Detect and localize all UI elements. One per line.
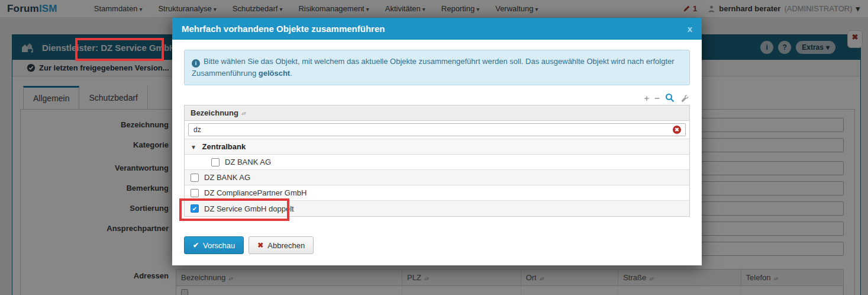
check-icon: ✔: [192, 206, 197, 212]
info-icon: i: [192, 59, 200, 68]
group-row-zentralbank[interactable]: ▼ Zentralbank: [185, 139, 689, 155]
group-label: Zentralbank: [202, 142, 246, 151]
row-checkbox[interactable]: [211, 158, 220, 166]
cancel-icon: ✖: [257, 241, 263, 249]
app-page: ForumISM Stammdaten▾ Strukturanalyse▾ Sc…: [0, 0, 868, 295]
sort-icon[interactable]: ▴▾: [241, 110, 246, 116]
remove-icon[interactable]: −: [654, 94, 660, 102]
row-label: DZ Service GmbH doppelt: [204, 204, 294, 213]
dialog-actions: ✔ Vorschau ✖ Abbrechen: [184, 236, 690, 254]
vorschau-button[interactable]: ✔ Vorschau: [184, 236, 244, 254]
table-row-selected[interactable]: ✔ DZ Service GmbH doppelt: [185, 201, 689, 216]
row-label: DZ BANK AG: [225, 158, 271, 166]
wrench-icon[interactable]: [680, 94, 689, 102]
row-checkbox-checked[interactable]: ✔: [191, 204, 199, 213]
table-row[interactable]: DZ CompliancePartner GmbH: [185, 185, 689, 201]
info-message: iBitte wählen Sie das Objekt, mit welche…: [184, 50, 690, 85]
row-label: DZ CompliancePartner GmbH: [204, 188, 306, 197]
table-header-row: Bezeichnung ▴▾: [185, 105, 689, 121]
merge-candidates-table: Bezeichnung ▴▾ ✖ ▼ Zentralbank DZ BANK A…: [184, 105, 690, 217]
abbrechen-button[interactable]: ✖ Abbrechen: [249, 236, 314, 254]
search-icon[interactable]: [665, 93, 675, 102]
table-toolbar: + −: [184, 93, 689, 102]
check-icon: ✔: [193, 241, 199, 249]
collapse-icon: ▼: [191, 144, 196, 150]
row-label: DZ BANK AG: [204, 173, 250, 182]
dialog-header: Mehrfach vorhandene Objekte zusammenführ…: [172, 18, 702, 40]
table-row[interactable]: DZ BANK AG: [185, 155, 689, 170]
info-text-bold: gelöscht: [259, 69, 290, 78]
row-checkbox[interactable]: [191, 174, 199, 182]
add-icon[interactable]: +: [644, 94, 649, 102]
table-search-row: ✖: [185, 121, 689, 139]
dialog-close-button[interactable]: x: [688, 24, 692, 34]
search-input[interactable]: [188, 123, 686, 136]
close-icon: x: [688, 24, 692, 34]
table-row[interactable]: DZ BANK AG: [185, 170, 689, 185]
merge-objects-dialog: Mehrfach vorhandene Objekte zusammenführ…: [172, 18, 702, 265]
column-header-bezeichnung[interactable]: Bezeichnung: [191, 108, 238, 117]
row-checkbox[interactable]: [191, 189, 199, 197]
dialog-body: iBitte wählen Sie das Objekt, mit welche…: [172, 40, 702, 254]
dialog-title: Mehrfach vorhandene Objekte zusammenführ…: [182, 24, 385, 34]
